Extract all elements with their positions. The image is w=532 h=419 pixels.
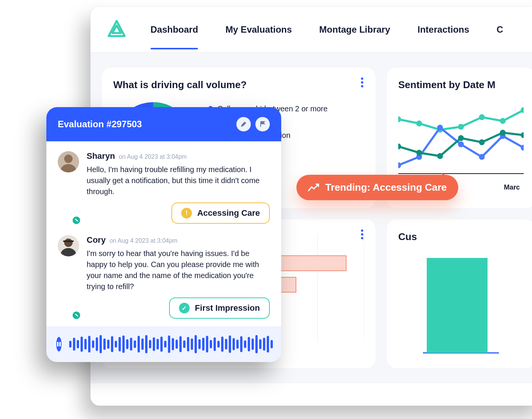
customers-title: Cus <box>398 231 524 243</box>
svg-point-36 <box>64 155 73 163</box>
call-badge-icon <box>71 310 81 320</box>
customers-bar-chart <box>398 243 524 357</box>
message-timestamp: on Aug 4 2023 at 3:04pm <box>109 237 177 244</box>
customers-card: Cus <box>387 220 532 368</box>
call-badge-icon <box>71 215 81 225</box>
svg-rect-41 <box>63 240 74 242</box>
svg-point-17 <box>416 150 422 155</box>
svg-point-19 <box>458 135 464 141</box>
message-item: Cory on Aug 4 2023 at 3:04pm I'm sorry t… <box>58 235 270 319</box>
svg-point-12 <box>458 141 464 147</box>
call-volume-title: What is driving call volume? <box>113 79 364 91</box>
svg-point-6 <box>479 114 484 120</box>
svg-rect-34 <box>427 258 488 353</box>
top-bar: Dashboard My Evaluations Montage Library… <box>90 7 532 52</box>
svg-point-2 <box>398 116 401 122</box>
svg-point-18 <box>437 153 443 159</box>
alert-icon: ! <box>181 208 192 218</box>
message-text: Hello, I'm having trouble refilling my m… <box>87 164 270 197</box>
evaluation-title: Evaluation #297503 <box>58 119 142 130</box>
svg-point-13 <box>479 154 484 160</box>
nav-truncated[interactable]: C <box>497 20 503 40</box>
trending-pill[interactable]: Trending: Accessing Care <box>296 175 458 200</box>
pencil-icon <box>240 121 247 128</box>
message-timestamp: on Aug 4 2023 at 3:04pm <box>119 153 187 160</box>
evaluation-header: Evaluation #297503 <box>46 107 281 141</box>
avatar <box>58 235 79 319</box>
nav-montage-library[interactable]: Montage Library <box>319 20 390 40</box>
tag-label: Accessing Care <box>197 208 260 218</box>
nav-my-evaluations[interactable]: My Evaluations <box>225 20 292 40</box>
svg-point-11 <box>437 125 443 130</box>
svg-point-7 <box>500 118 505 124</box>
nav-dashboard[interactable]: Dashboard <box>150 20 198 40</box>
card-menu-icon[interactable] <box>356 229 368 240</box>
tag-accessing-care[interactable]: ! Accessing Care <box>171 202 270 224</box>
message-text: I'm sorry to hear that you're having iss… <box>87 248 270 292</box>
top-nav: Dashboard My Evaluations Montage Library… <box>150 20 503 40</box>
message-author: Sharyn <box>87 151 115 161</box>
svg-point-21 <box>500 130 505 136</box>
svg-rect-42 <box>57 342 59 346</box>
svg-point-20 <box>479 139 484 145</box>
audio-player <box>46 326 281 362</box>
svg-point-5 <box>458 124 464 130</box>
trending-label: Trending: Accessing Care <box>325 182 447 193</box>
svg-point-16 <box>398 144 401 149</box>
tag-first-impression[interactable]: ✓ First Impression <box>169 297 270 319</box>
avatar <box>58 151 79 224</box>
evaluation-body: Sharyn on Aug 4 2023 at 3:04pm Hello, I'… <box>46 141 281 326</box>
svg-point-22 <box>521 132 524 138</box>
sentiment-title: Sentiment by Date M <box>398 79 524 91</box>
cursor-icon <box>440 172 455 187</box>
evaluation-panel: Evaluation #297503 <box>46 107 281 362</box>
message-author: Cory <box>87 235 106 245</box>
svg-point-3 <box>416 120 422 126</box>
message-item: Sharyn on Aug 4 2023 at 3:04pm Hello, I'… <box>58 151 270 224</box>
edit-button[interactable] <box>236 117 251 131</box>
nav-interactions[interactable]: Interactions <box>418 20 469 40</box>
app-logo <box>106 19 128 41</box>
x-axis-label: Marc <box>504 183 520 191</box>
trending-up-icon <box>308 183 319 192</box>
svg-rect-43 <box>59 342 61 346</box>
svg-point-39 <box>64 239 73 247</box>
evaluation-header-actions <box>236 117 270 131</box>
flag-button[interactable] <box>255 117 270 131</box>
card-menu-icon[interactable] <box>356 77 368 88</box>
check-icon: ✓ <box>179 303 190 313</box>
audio-waveform[interactable] <box>69 335 273 354</box>
pause-button[interactable] <box>56 337 62 351</box>
sentiment-line-chart <box>398 98 524 182</box>
flag-icon <box>259 121 266 128</box>
tag-label: First Impression <box>195 303 260 313</box>
pause-icon <box>56 342 62 347</box>
